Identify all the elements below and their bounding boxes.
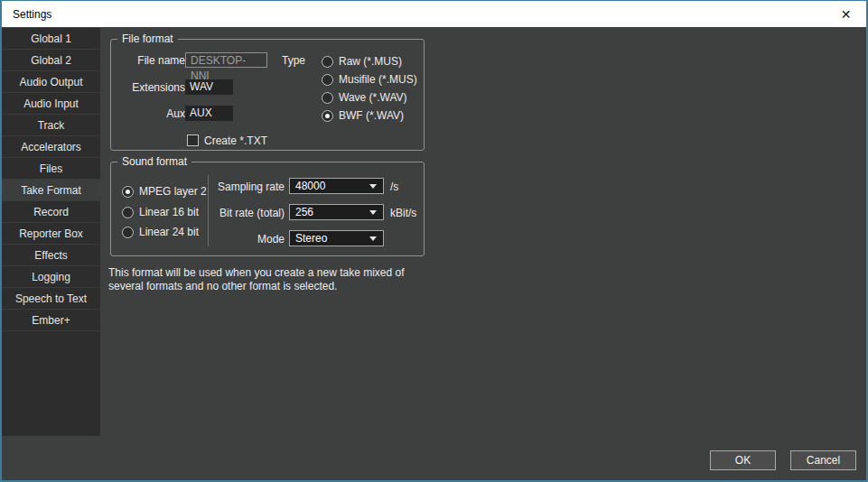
selected-value: 48000 [295, 180, 325, 192]
sidebar-item-label: Effects [34, 249, 67, 262]
radio-icon [322, 110, 333, 122]
sidebar-item-label: Speech to Text [15, 292, 87, 305]
bit-rate-select[interactable]: 256 [289, 204, 384, 220]
sidebar-item-take-format[interactable]: Take Format [2, 180, 100, 201]
sampling-rate-unit: /s [390, 181, 398, 193]
create-txt-checkbox[interactable]: Create *.TXT [187, 134, 267, 147]
sound-format-group: Sound format MPEG layer 2 Linear 16 bit … [110, 162, 425, 256]
radio-label: Wave (*.WAV) [339, 91, 407, 104]
type-option-musifile[interactable]: Musifile (*.MUS) [322, 72, 417, 87]
radio-icon [322, 92, 333, 104]
sidebar-item-label: Reporter Box [19, 227, 83, 240]
file-format-legend: File format [117, 32, 178, 45]
mode-select[interactable]: Stereo [289, 230, 384, 246]
sidebar-item-speech-to-text[interactable]: Speech to Text [2, 288, 100, 310]
bit-rate-unit: kBit/s [390, 207, 416, 219]
close-button[interactable]: ✕ [826, 1, 866, 27]
sidebar-item-label: Take Format [21, 184, 81, 197]
aux-input[interactable]: AUX [185, 106, 233, 121]
sidebar-item-logging[interactable]: Logging [2, 266, 100, 288]
sidebar-item-label: Audio Input [23, 97, 79, 110]
sidebar-item-label: Track [38, 119, 65, 132]
aux-label: Aux [120, 107, 185, 120]
bit-rate-label: Bit rate (total) [129, 207, 285, 219]
mode-label: Mode [129, 233, 285, 246]
titlebar: Settings ✕ [2, 1, 866, 27]
sidebar-item-label: Logging [32, 271, 70, 283]
radio-label: Musifile (*.MUS) [339, 73, 417, 86]
sidebar-item-label: Global 1 [31, 32, 71, 45]
sidebar-item-label: Ember+ [32, 314, 70, 327]
type-label: Type [282, 54, 305, 67]
type-option-bwf[interactable]: BWF (*.WAV) [322, 108, 404, 123]
sidebar-item-audio-input[interactable]: Audio Input [2, 93, 100, 115]
sidebar-item-files[interactable]: Files [2, 158, 100, 180]
selected-value: Stereo [295, 232, 327, 245]
sidebar-item-label: Files [40, 162, 62, 175]
description-line-1: This format will be used when you create… [108, 266, 470, 280]
sampling-rate-label: Sampling rate [129, 181, 285, 193]
checkbox-label: Create *.TXT [204, 134, 267, 147]
settings-nav-sidebar: Global 1 Global 2 Audio Output Audio Inp… [2, 28, 100, 436]
sidebar-item-ember[interactable]: Ember+ [2, 310, 100, 331]
file-name-input[interactable]: DESKTOP-NNI [185, 52, 267, 68]
cancel-button[interactable]: Cancel [790, 450, 856, 470]
radio-label: Raw (*.MUS) [339, 55, 402, 68]
chevron-down-icon [369, 184, 377, 189]
description-line-2: several formats and no other format is s… [108, 280, 470, 293]
sidebar-item-global-1[interactable]: Global 1 [2, 28, 100, 50]
window-title: Settings [13, 8, 51, 21]
sidebar-item-audio-output[interactable]: Audio Output [2, 71, 100, 93]
file-name-label: File name [120, 54, 185, 67]
radio-icon [322, 56, 333, 68]
ok-button[interactable]: OK [710, 450, 776, 470]
type-option-raw[interactable]: Raw (*.MUS) [322, 54, 402, 69]
sidebar-item-accelerators[interactable]: Accelerators [2, 136, 100, 158]
settings-window: Settings ✕ Global 1 Global 2 Audio Outpu… [0, 0, 868, 482]
extensions-label: Extensions [120, 81, 185, 94]
selected-value: 256 [295, 206, 313, 218]
radio-icon [322, 74, 333, 86]
sidebar-item-record[interactable]: Record [2, 201, 100, 223]
sidebar-item-global-2[interactable]: Global 2 [2, 50, 100, 71]
close-icon: ✕ [841, 7, 852, 22]
sidebar-item-label: Accelerators [21, 141, 81, 153]
sidebar-item-reporter-box[interactable]: Reporter Box [2, 223, 100, 245]
radio-label: BWF (*.WAV) [339, 109, 404, 122]
extensions-input[interactable]: WAV [185, 79, 233, 95]
sidebar-item-track[interactable]: Track [2, 115, 100, 136]
chevron-down-icon [369, 236, 377, 241]
sidebar-item-label: Audio Output [19, 76, 82, 88]
sidebar-item-effects[interactable]: Effects [2, 245, 100, 266]
sidebar-item-label: Global 2 [31, 54, 71, 67]
sidebar-item-label: Record [33, 206, 69, 218]
checkbox-icon [187, 134, 199, 146]
format-description: This format will be used when you create… [108, 266, 470, 293]
dialog-content: Global 1 Global 2 Audio Output Audio Inp… [2, 27, 866, 480]
file-format-group: File format File name DESKTOP-NNI Type R… [110, 39, 425, 151]
sampling-rate-select[interactable]: 48000 [289, 178, 384, 194]
type-option-wave[interactable]: Wave (*.WAV) [322, 90, 407, 105]
sound-format-legend: Sound format [117, 155, 191, 168]
chevron-down-icon [369, 210, 377, 215]
